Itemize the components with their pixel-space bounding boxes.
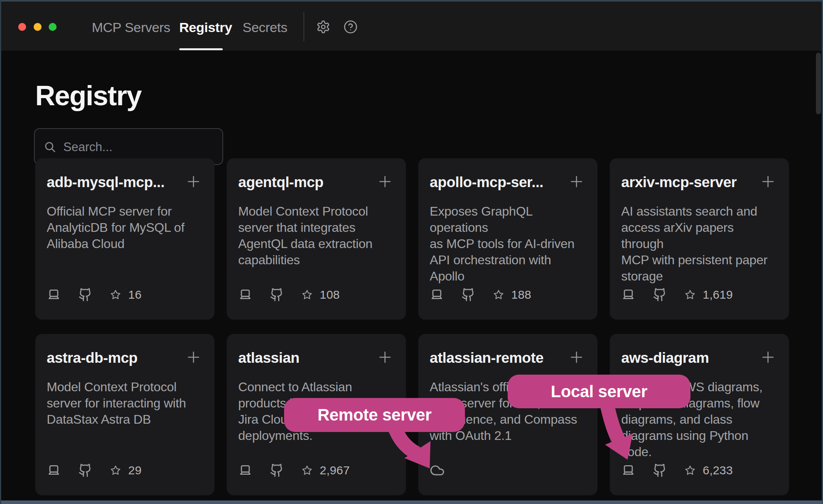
cloud-icon [430,463,445,478]
traffic-light-zoom-button[interactable] [49,23,57,31]
tab-mcp-servers[interactable]: MCP Servers [92,20,170,35]
plus-icon [187,351,200,364]
server-name: adb-mysql-mcp... [47,174,165,191]
add-server-button[interactable] [378,175,392,188]
traffic-light-close-button[interactable] [18,23,26,31]
star-count: 108 [320,288,340,301]
laptop-icon [430,288,444,302]
github-icon [461,288,476,302]
star-icon [493,289,504,300]
github-icon [653,463,667,477]
server-name: arxiv-mcp-server [621,174,737,191]
star-icon [685,465,696,476]
star-count: 6,233 [703,464,733,477]
star-icon [302,465,313,476]
server-meta: 2,967 [238,463,350,478]
star-icon [110,289,121,300]
add-server-button[interactable] [187,175,200,188]
server-meta [430,463,445,478]
star-count: 16 [128,288,142,301]
star-count: 2,967 [320,464,350,477]
laptop-icon [621,463,635,477]
server-meta: 6,233 [621,463,733,478]
server-name: atlassian-remote [430,350,544,366]
server-description: Exposes GraphQL operationsas MCP tools f… [430,203,588,284]
plus-icon [187,175,200,188]
settings-gear-icon[interactable] [316,20,330,36]
server-meta: 16 [47,287,142,302]
github-icon [653,288,667,302]
server-description: Model Context Protocolserver that integr… [238,203,396,268]
server-card[interactable]: agentql-mcp Model Context Protocolserver… [227,158,406,320]
server-card[interactable]: adb-mysql-mcp... Official MCP server for… [35,158,214,320]
star-count: 188 [511,288,531,301]
server-name: atlassian [238,350,300,366]
remote-server-callout: Remote server [284,398,465,432]
traffic-light-minimize-button[interactable] [34,23,42,31]
window-frame-top [0,0,823,2]
github-icon [78,463,93,477]
help-icon[interactable] [343,20,358,36]
server-name: aws-diagram [621,350,709,366]
server-description: Official MCP server forAnalyticDB for My… [47,203,205,252]
star-icon [110,465,121,476]
server-name: apollo-mcp-ser... [430,174,543,191]
server-name: agentql-mcp [238,174,324,191]
add-server-button[interactable] [187,351,200,364]
plus-icon [570,175,583,188]
app-window: MCP Servers Registry Secrets Registry [0,0,823,504]
add-server-button[interactable] [570,351,583,364]
server-meta: 188 [430,287,531,302]
server-card[interactable]: aws-diagram Generate AWS diagrams,sequen… [610,334,789,495]
github-icon [78,288,93,302]
add-server-button[interactable] [570,175,583,188]
github-icon [270,288,284,302]
server-meta: 1,619 [621,287,733,302]
laptop-icon [47,288,61,302]
active-tab-underline [179,48,223,50]
local-server-callout-label: Local server [551,382,647,401]
server-card[interactable]: astra-db-mcp Model Context Protocolserve… [35,334,214,495]
server-description: Model Context Protocolserver for interac… [47,379,205,428]
server-meta: 29 [47,463,142,478]
tab-registry[interactable]: Registry [179,20,232,35]
add-server-button[interactable] [761,351,775,364]
search-icon [44,140,57,154]
server-card[interactable]: apollo-mcp-ser... Exposes GraphQL operat… [418,158,597,320]
window-frame-left [0,0,1,504]
laptop-icon [47,463,61,477]
plus-icon [378,351,392,364]
github-icon [270,463,284,477]
local-server-callout: Local server [508,375,690,408]
header-divider [303,12,304,41]
add-server-button[interactable] [761,175,775,188]
plus-icon [570,351,583,364]
tab-secrets[interactable]: Secrets [243,20,287,35]
server-card[interactable]: arxiv-mcp-server AI assistants search an… [610,158,789,320]
page-title: Registry [35,82,141,110]
window-frame-bottom [0,500,823,504]
plus-icon [761,351,775,364]
star-count: 1,619 [703,288,733,301]
server-meta: 108 [238,287,340,302]
star-icon [302,289,313,300]
title-bar: MCP Servers Registry Secrets [0,2,823,51]
scrollbar-thumb[interactable] [816,53,821,114]
plus-icon [378,175,392,188]
plus-icon [761,175,775,188]
laptop-icon [238,288,252,302]
star-icon [685,289,696,300]
remote-server-callout-label: Remote server [318,405,432,424]
add-server-button[interactable] [378,351,392,364]
server-description: AI assistants search andaccess arXiv pap… [621,203,779,284]
laptop-icon [238,463,252,477]
star-count: 29 [128,464,142,477]
laptop-icon [621,288,635,302]
server-name: astra-db-mcp [47,350,138,366]
